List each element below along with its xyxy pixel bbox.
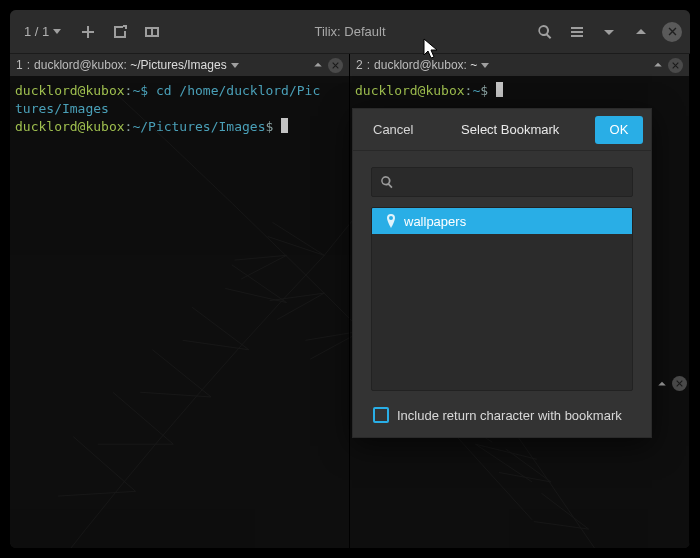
search-icon [380, 175, 394, 189]
session-switcher[interactable]: 1 / 1 [18, 24, 67, 39]
maximize-pane-icon[interactable] [652, 59, 664, 71]
pane-index: 2 [356, 58, 363, 72]
chevron-down-icon [53, 29, 61, 34]
pane-tab-strip: 1: ducklord@kubox: ~/Pictures/Images 2: … [10, 54, 690, 76]
session-label: 1 / 1 [24, 24, 49, 39]
prompt-user: ducklord@kubox [15, 119, 125, 134]
terminal-line: ducklord@kubox:~/Pictures/Images$ [15, 118, 344, 136]
prompt-user: ducklord@kubox [15, 83, 125, 98]
checkbox-label: Include return character with bookmark [397, 408, 622, 423]
terminal-line: ducklord@kubox:~$ [355, 82, 684, 100]
cursor-block-icon [281, 118, 288, 133]
prompt-path: ~/Pictures/Images [132, 119, 265, 134]
cursor-block-icon [496, 82, 503, 97]
maximize-pane-icon[interactable] [312, 59, 324, 71]
bookmark-search-input[interactable] [400, 175, 624, 190]
bookmark-item-selected[interactable]: wallpapers [372, 208, 632, 234]
pane-tab-1[interactable]: 1: ducklord@kubox: ~/Pictures/Images [10, 54, 350, 76]
add-session-button[interactable] [77, 21, 99, 43]
close-pane-button[interactable] [668, 58, 683, 73]
terminal-line: tures/Images [15, 100, 344, 118]
minimize-button[interactable] [598, 21, 620, 43]
close-pane-button[interactable] [328, 58, 343, 73]
chevron-up-icon [656, 378, 668, 390]
close-window-button[interactable] [662, 22, 682, 42]
include-return-checkbox-row[interactable]: Include return character with bookmark [371, 407, 633, 423]
pane-user: ducklord@kubox [374, 58, 464, 72]
pane-user: ducklord@kubox [34, 58, 124, 72]
bookmark-list[interactable]: wallpapers [371, 207, 633, 391]
new-window-button[interactable] [109, 21, 131, 43]
terminal-line: ducklord@kubox:~$ cd /home/ducklord/Pic [15, 82, 344, 100]
pane-tab-2[interactable]: 2: ducklord@kubox: ~ [350, 54, 690, 76]
titlebar: 1 / 1 Tilix: Default [10, 10, 690, 54]
prompt-cmd-wrap2: tures/Images [15, 101, 109, 116]
pane-index: 1 [16, 58, 23, 72]
prompt-symbol: $ [265, 119, 273, 134]
collapsed-session-handle[interactable] [656, 376, 687, 391]
prompt-symbol: $ [480, 83, 488, 98]
dialog-header: Cancel Select Bookmark OK [353, 109, 651, 151]
dialog-title: Select Bookmark [425, 122, 595, 137]
terminal-pane-1[interactable]: ducklord@kubox:~$ cd /home/ducklord/Pic … [10, 76, 350, 548]
prompt-user: ducklord@kubox [355, 83, 465, 98]
chevron-down-icon[interactable] [231, 63, 239, 68]
chevron-down-icon[interactable] [481, 63, 489, 68]
search-button[interactable] [534, 21, 556, 43]
bookmark-search-field[interactable] [371, 167, 633, 197]
window-title: Tilix: Default [314, 24, 385, 39]
pane-path: ~ [470, 58, 477, 72]
ok-button[interactable]: OK [595, 116, 643, 144]
maximize-button[interactable] [630, 21, 652, 43]
bookmark-pin-icon [386, 214, 396, 228]
layout-button[interactable] [141, 21, 163, 43]
cancel-button[interactable]: Cancel [361, 116, 425, 144]
pane-path: ~/Pictures/Images [130, 58, 226, 72]
close-session-button[interactable] [672, 376, 687, 391]
bookmark-label: wallpapers [404, 214, 466, 229]
dialog-body: wallpapers Include return character with… [353, 151, 651, 437]
hamburger-menu-button[interactable] [566, 21, 588, 43]
select-bookmark-dialog: Cancel Select Bookmark OK wallpapers Inc… [352, 108, 652, 438]
checkbox-icon[interactable] [373, 407, 389, 423]
prompt-cmd-wrap1: ~$ cd /home/ducklord/Pic [132, 83, 320, 98]
